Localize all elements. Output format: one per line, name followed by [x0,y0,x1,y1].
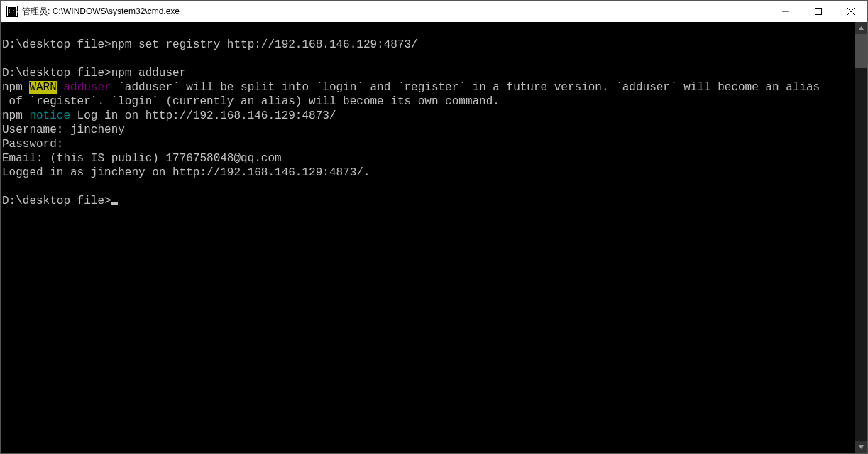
terminal-segment: npm [2,109,29,122]
vertical-scrollbar[interactable] [855,22,867,453]
terminal-segment: npm [2,81,29,94]
terminal-line: Email: (this IS public) 1776758048@qq.co… [2,151,855,166]
terminal-line: of `register`. `login` (currently an ali… [2,94,855,109]
terminal-segment: Email: (this IS public) 1776758048@qq.co… [2,152,282,165]
terminal-cursor [111,202,118,205]
svg-rect-5 [815,9,822,15]
terminal-line [2,23,855,38]
scroll-up-button[interactable] [855,22,867,34]
terminal-segment [57,81,64,94]
terminal-segment: D:\desktop file>npm set registry http://… [2,38,418,51]
terminal-line [2,180,855,194]
scroll-thumb[interactable] [855,34,867,68]
titlebar[interactable]: C:\ 管理员: C:\WINDOWS\system32\cmd.exe [1,1,867,22]
terminal-line: D:\desktop file>npm adduser [2,66,855,80]
maximize-button[interactable] [802,1,835,22]
terminal-segment: Password: [2,138,63,151]
scroll-track[interactable] [855,34,867,441]
cmd-window: C:\ 管理员: C:\WINDOWS\system32\cmd.exe D:\… [0,0,868,454]
terminal-segment: `adduser` will be split into `login` and… [111,81,820,94]
terminal-line: D:\desktop file>npm set registry http://… [2,38,855,52]
terminal-line: npm notice Log in on http://192.168.146.… [2,109,855,123]
terminal-line: Logged in as jincheny on http://192.168.… [2,166,855,180]
terminal-segment: Username: jincheny [2,124,125,136]
minimize-button[interactable] [769,1,802,22]
client-area: D:\desktop file>npm set registry http://… [1,22,867,453]
terminal-output[interactable]: D:\desktop file>npm set registry http://… [1,22,855,453]
svg-text:C:\: C:\ [9,9,18,15]
close-button[interactable] [835,1,867,22]
terminal-line: D:\desktop file> [2,194,855,208]
scroll-down-button[interactable] [855,441,867,453]
terminal-segment: D:\desktop file> [2,195,111,207]
terminal-line [2,52,855,66]
terminal-segment: adduser [63,81,111,94]
terminal-segment: notice [29,109,70,122]
terminal-segment: Log in on http://192.168.146.129:4873/ [70,109,336,122]
terminal-line: Password: [2,137,855,151]
terminal-line: Username: jincheny [2,123,855,137]
terminal-segment: WARN [29,81,56,94]
svg-marker-9 [859,445,864,449]
svg-marker-8 [859,26,864,30]
terminal-line: npm WARN adduser `adduser` will be split… [2,80,855,94]
terminal-segment: Logged in as jincheny on http://192.168.… [2,166,370,179]
cmd-icon: C:\ [6,6,18,17]
terminal-segment: of `register`. `login` (currently an ali… [2,95,500,108]
terminal-segment: D:\desktop file>npm adduser [2,67,186,80]
window-title: 管理员: C:\WINDOWS\system32\cmd.exe [22,6,180,18]
